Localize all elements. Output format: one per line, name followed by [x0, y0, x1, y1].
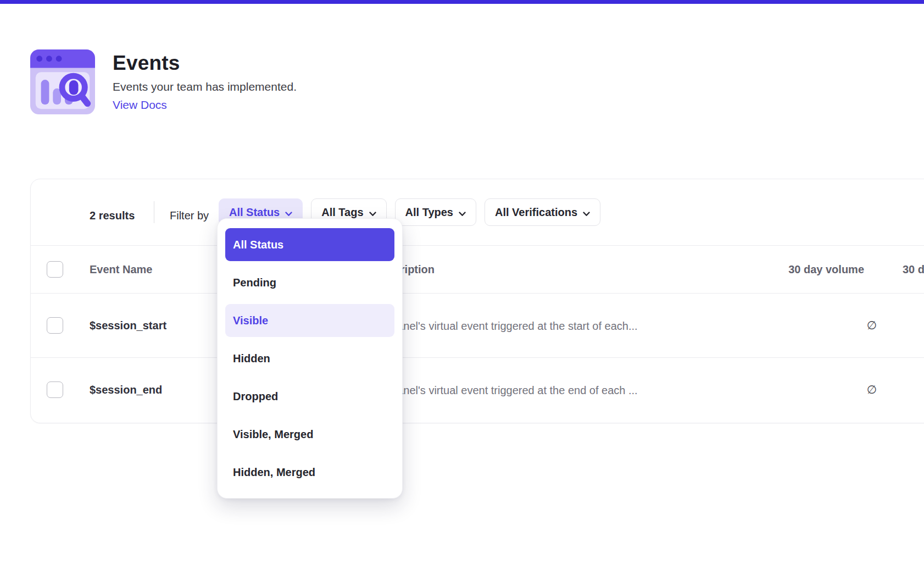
menu-item-visible[interactable]: Visible: [225, 304, 394, 337]
column-header-30-day-volume: 30 day volume: [690, 263, 864, 276]
event-30-day-volume: ∅: [690, 383, 877, 396]
menu-item-visible-merged[interactable]: Visible, Merged: [225, 418, 394, 451]
table-row: $session_start Mixpanel's virtual event …: [31, 294, 924, 358]
verifications-filter-button[interactable]: All Verifications: [485, 198, 600, 226]
view-docs-link[interactable]: View Docs: [113, 98, 167, 112]
event-description: Mixpanel's virtual event triggered at th…: [374, 384, 638, 397]
column-header-clipped: 30 d: [903, 263, 924, 276]
page-subtitle: Events your team has implemented.: [113, 80, 297, 93]
row-checkbox[interactable]: [47, 382, 63, 398]
events-page: Events Events your team has implemented.…: [0, 0, 924, 575]
menu-item-all-status[interactable]: All Status: [225, 228, 394, 261]
status-filter-dropdown: All Status Pending Visible Hidden Droppe…: [217, 218, 403, 499]
event-30-day-volume: ∅: [690, 319, 877, 332]
tags-filter-label: All Tags: [321, 206, 363, 219]
event-description: Mixpanel's virtual event triggered at th…: [374, 320, 638, 333]
filter-by-label: Filter by: [170, 209, 209, 222]
types-filter-button[interactable]: All Types: [395, 198, 476, 226]
chevron-down-icon: [285, 207, 292, 219]
results-count: 2 results: [90, 209, 135, 222]
chevron-down-icon: [369, 207, 376, 219]
menu-item-hidden-merged[interactable]: Hidden, Merged: [225, 456, 394, 489]
filter-toolbar: 2 results Filter by All Status All Tags: [31, 179, 924, 245]
page-title: Events: [113, 52, 180, 75]
top-accent-bar: [0, 0, 924, 4]
table-header-row: Event Name Description 30 day volume 30 …: [31, 245, 924, 294]
verifications-filter-label: All Verifications: [495, 206, 577, 219]
events-browser-search-icon: [30, 49, 95, 114]
chevron-down-icon: [583, 207, 590, 219]
menu-item-hidden[interactable]: Hidden: [225, 342, 394, 375]
event-name[interactable]: $session_start: [90, 319, 166, 332]
chevron-down-icon: [459, 207, 466, 219]
column-header-event-name: Event Name: [90, 263, 153, 276]
events-card: 2 results Filter by All Status All Tags: [30, 179, 924, 423]
event-name[interactable]: $session_end: [90, 384, 162, 396]
select-all-checkbox[interactable]: [47, 261, 63, 278]
row-checkbox[interactable]: [47, 317, 63, 334]
status-filter-label: All Status: [229, 206, 280, 219]
menu-item-dropped[interactable]: Dropped: [225, 380, 394, 413]
types-filter-label: All Types: [405, 206, 453, 219]
table-row: $session_end Mixpanel's virtual event tr…: [31, 358, 924, 423]
menu-item-pending[interactable]: Pending: [225, 266, 394, 299]
toolbar-divider: [154, 201, 154, 223]
